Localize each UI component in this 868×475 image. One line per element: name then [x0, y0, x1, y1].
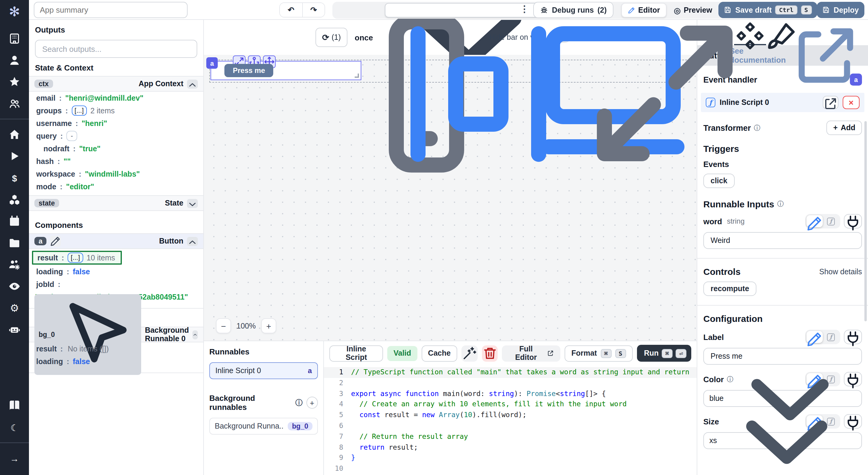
button-component-header[interactable]: a Button	[29, 233, 203, 249]
debug-runs-button[interactable]: Debug runs(2)	[533, 2, 613, 18]
size-select[interactable]: xs	[703, 432, 862, 449]
expand-chip[interactable]: [...]	[71, 105, 87, 116]
trash-icon	[482, 346, 497, 361]
format-button[interactable]: Format ⌘S	[565, 345, 632, 361]
sidebar-item-home[interactable]	[8, 128, 21, 140]
word-field-label: word	[703, 217, 722, 226]
search-outputs-input[interactable]	[41, 44, 191, 54]
info-icon[interactable]: ⓘ	[777, 200, 784, 209]
sidebar-item-user[interactable]	[8, 54, 21, 66]
sidebar-item-bot[interactable]	[8, 324, 21, 336]
scrollbar-thumb[interactable]	[864, 121, 867, 321]
external-link-icon	[547, 350, 554, 357]
recompute-chip[interactable]: recompute	[703, 281, 756, 296]
static-mode-button[interactable]	[806, 215, 823, 227]
zoom-out-button[interactable]: −	[216, 318, 231, 333]
zoom-in-button[interactable]: +	[261, 318, 276, 333]
component-a-badge[interactable]: a	[34, 237, 47, 245]
value: ""	[64, 157, 71, 166]
sidebar-item-moon[interactable]: ☾	[8, 421, 21, 433]
show-details-link[interactable]: Show details	[819, 267, 862, 276]
connect-input-button[interactable]	[844, 214, 862, 229]
function-icon: ƒ	[827, 217, 835, 225]
ctx-badge[interactable]: ctx	[34, 79, 53, 88]
kbd-ctrl: Ctrl	[775, 5, 797, 14]
ctx-row-nodraft: nodraft:"true"	[29, 142, 203, 155]
cache-button[interactable]: Cache	[421, 345, 457, 361]
inline-script-item[interactable]: Inline Script 0 a	[209, 362, 318, 379]
sidebar-item-users[interactable]	[8, 98, 21, 110]
editor-toolbar: Inline Script Valid Cache Full Editor Fo…	[324, 341, 697, 365]
state-section-header[interactable]: state State	[29, 195, 203, 211]
delete-script-button[interactable]	[482, 345, 498, 361]
code-line: 4 // Create an array with 10 elements, f…	[324, 399, 697, 410]
state-expand-button[interactable]	[187, 199, 198, 208]
key: hash	[36, 157, 54, 166]
sidebar-item-gear[interactable]: ⚙	[8, 302, 21, 314]
app-summary-input[interactable]	[34, 2, 188, 18]
component-id-badge: a	[850, 73, 862, 86]
add-bg-runnable-button[interactable]: +	[306, 397, 318, 409]
valid-badge: Valid	[388, 346, 417, 361]
button-collapse-button[interactable]	[187, 237, 198, 246]
sidebar-item-calendar[interactable]	[8, 215, 21, 227]
code-line: 9}	[324, 453, 697, 464]
sidebar-item-folder[interactable]	[8, 237, 21, 249]
sidebar-item-building[interactable]	[8, 33, 21, 45]
sidebar-item-users-cog[interactable]	[8, 259, 21, 271]
editor-preview-toggle: Editor ◎ Preview	[620, 2, 719, 19]
bg-runnable-item[interactable]: Background Runna... bg_0	[209, 418, 318, 435]
windmill-logo-icon[interactable]: ✻	[7, 5, 22, 19]
value: No items ([])	[67, 344, 108, 353]
sidebar-item-boxes[interactable]	[8, 194, 21, 206]
redo-button[interactable]: ↷	[302, 2, 324, 18]
ai-wand-button[interactable]	[461, 345, 477, 361]
outputs-panel: Outputs State & Context ctx App Context …	[29, 20, 204, 475]
value: "henri"	[82, 119, 107, 128]
refresh-icon: ⟳	[322, 33, 329, 42]
undo-button[interactable]: ↶	[280, 2, 302, 18]
controls-title: Controls	[703, 266, 740, 277]
sidebar-item-eye[interactable]	[8, 280, 21, 292]
press-me-button[interactable]: Press me	[224, 64, 274, 77]
info-icon[interactable]: ⓘ	[295, 398, 303, 408]
pencil-icon	[628, 7, 635, 14]
ctx-section-header[interactable]: ctx App Context	[29, 76, 203, 92]
key: email	[36, 94, 56, 102]
word-input-mode-toggle: ƒ	[805, 214, 840, 229]
eval-mode-button[interactable]: ƒ	[823, 215, 839, 227]
expand-chip[interactable]: [...]	[67, 252, 83, 263]
code-line: 10	[324, 464, 697, 474]
key: result	[36, 344, 57, 353]
key: groups	[36, 106, 62, 115]
code-line: 7 // Return the result array	[324, 432, 697, 442]
state-badge[interactable]: state	[34, 199, 59, 207]
deploy-button[interactable]: Deploy	[817, 2, 864, 18]
runnable-inputs-title: Runnable Inputs	[703, 199, 774, 209]
full-editor-button[interactable]: Full Editor	[502, 345, 560, 361]
editor-tab[interactable]: Editor	[621, 3, 666, 18]
bg-runnables-header: Background runnables ⓘ +	[209, 394, 318, 412]
sidebar-item-arrow-right[interactable]: →	[8, 452, 21, 464]
remove-script-button[interactable]: ×	[843, 96, 860, 109]
run-button[interactable]: Run ⌘⏎	[637, 345, 691, 362]
button-row-jobId: jobId:	[29, 278, 203, 291]
sidebar-item-dollar[interactable]: $	[8, 172, 21, 184]
inline-script-tab[interactable]: Inline Script	[329, 345, 383, 361]
open-script-button[interactable]	[823, 96, 838, 109]
more-menu-button[interactable]: ⋮	[520, 4, 529, 14]
word-input[interactable]	[709, 236, 856, 245]
add-transformer-button[interactable]: + Add	[827, 121, 862, 135]
ctx-collapse-button[interactable]	[187, 79, 198, 88]
save-draft-button[interactable]: Save draft CtrlS	[718, 2, 817, 18]
bg0-collapse-button[interactable]	[192, 330, 198, 339]
sidebar-item-book[interactable]	[8, 400, 21, 412]
bg0-section-header[interactable]: bg_0 Background Runnable 0	[29, 327, 203, 342]
sidebar-item-star[interactable]	[8, 76, 21, 88]
value: 2 items	[91, 106, 115, 115]
preview-tab[interactable]: ◎ Preview	[668, 3, 718, 18]
code-editor[interactable]: 1// TypeScript function called "main" th…	[324, 365, 697, 475]
rename-component-button[interactable]	[50, 236, 61, 246]
state-context-title: State & Context	[35, 63, 203, 72]
sidebar-item-play[interactable]	[8, 150, 21, 162]
